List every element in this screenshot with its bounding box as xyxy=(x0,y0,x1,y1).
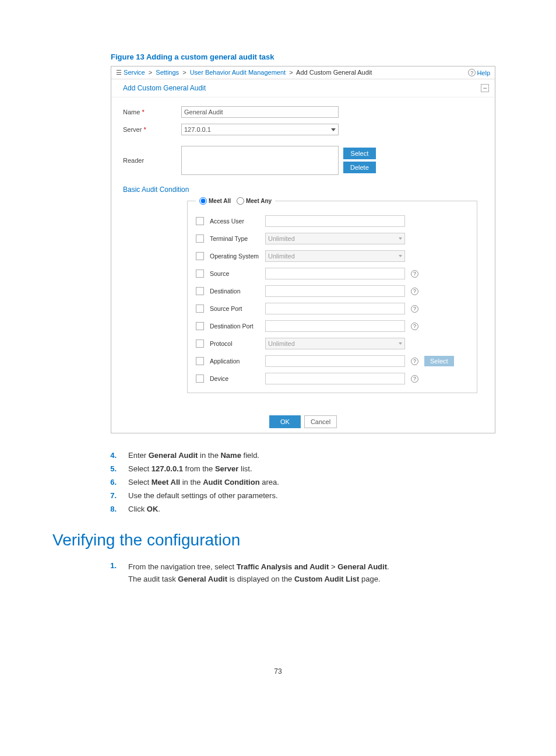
crumb-service[interactable]: Service xyxy=(124,69,145,76)
page-number: 73 xyxy=(52,667,504,676)
help-icon[interactable]: ? xyxy=(411,323,418,330)
condition-checkbox[interactable] xyxy=(196,357,204,365)
step-number: 8. xyxy=(99,505,117,513)
instruction-step: 4.Enter General Audit in the Name field. xyxy=(99,451,504,460)
condition-row: Device? xyxy=(196,373,469,384)
condition-select[interactable]: Unlimited xyxy=(265,233,405,244)
condition-checkbox[interactable] xyxy=(196,287,204,295)
ok-button[interactable]: OK xyxy=(269,415,301,428)
verify-steps: 1.From the navigation tree, select Traff… xyxy=(99,561,504,586)
condition-row: Source Port? xyxy=(196,303,469,314)
condition-input[interactable] xyxy=(265,373,405,384)
condition-row: Access User xyxy=(196,215,469,227)
breadcrumb: ☰ Service > Settings > User Behavior Aud… xyxy=(116,69,372,76)
condition-label: Terminal Type xyxy=(210,235,259,242)
condition-row: Application?Select xyxy=(196,355,469,367)
step-number: 6. xyxy=(99,478,117,487)
condition-label: Application xyxy=(210,358,259,365)
reader-listbox[interactable] xyxy=(181,146,339,175)
condition-row: Operating SystemUnlimited xyxy=(196,250,469,262)
step-number: 4. xyxy=(99,451,117,460)
step-text: Click OK. xyxy=(128,505,160,513)
conditions-legend: Meet All Meet Any xyxy=(196,197,275,205)
verify-step: 1.From the navigation tree, select Traff… xyxy=(99,561,504,586)
condition-row: Destination? xyxy=(196,285,469,297)
condition-label: Operating System xyxy=(210,253,259,260)
condition-row: ProtocolUnlimited xyxy=(196,338,469,349)
condition-checkbox[interactable] xyxy=(196,235,204,243)
breadcrumb-bar: ☰ Service > Settings > User Behavior Aud… xyxy=(111,66,495,79)
condition-label: Destination Port xyxy=(210,323,259,330)
condition-checkbox[interactable] xyxy=(196,304,204,313)
server-label: Server xyxy=(123,126,181,133)
instruction-step: 7.Use the default settings of other para… xyxy=(99,491,504,500)
step-text: Select Meet All in the Audit Condition a… xyxy=(128,478,279,487)
condition-checkbox[interactable] xyxy=(196,217,204,225)
condition-input[interactable] xyxy=(265,268,405,279)
dialog-buttons: OK Cancel xyxy=(111,415,495,428)
condition-checkbox[interactable] xyxy=(196,270,204,278)
chevron-down-icon xyxy=(399,255,402,257)
meet-all-radio[interactable]: Meet All xyxy=(199,197,231,205)
chevron-down-icon xyxy=(399,342,402,345)
crumb-settings[interactable]: Settings xyxy=(156,69,179,76)
panel-title-bar: Add Custom General Audit − xyxy=(111,79,495,97)
basic-audit-condition-header: Basic Audit Condition xyxy=(123,186,483,194)
screenshot-panel: ☰ Service > Settings > User Behavior Aud… xyxy=(111,66,495,433)
condition-input[interactable] xyxy=(265,320,405,332)
reader-select-button[interactable]: Select xyxy=(343,148,376,159)
instruction-step: 6.Select Meet All in the Audit Condition… xyxy=(99,478,504,487)
help-icon[interactable]: ? xyxy=(411,270,418,278)
condition-row: Terminal TypeUnlimited xyxy=(196,233,469,244)
condition-input[interactable] xyxy=(265,215,405,227)
help-icon[interactable]: ? xyxy=(411,305,418,313)
condition-select-button[interactable]: Select xyxy=(424,356,454,366)
step-text: Select 127.0.0.1 from the Server list. xyxy=(128,464,252,473)
step-number: 7. xyxy=(99,491,117,500)
instruction-step: 5.Select 127.0.0.1 from the Server list. xyxy=(99,464,504,473)
section-heading-verify: Verifying the configuration xyxy=(52,531,504,550)
help-link[interactable]: ? Help xyxy=(468,69,490,76)
server-select[interactable]: 127.0.0.1 xyxy=(181,124,339,135)
conditions-fieldset: Meet All Meet Any Access UserTerminal Ty… xyxy=(187,197,477,393)
step-number: 5. xyxy=(99,464,117,473)
crumb-ubam[interactable]: User Behavior Audit Management xyxy=(190,69,286,76)
name-input[interactable] xyxy=(181,106,339,118)
meet-any-radio[interactable]: Meet Any xyxy=(237,197,272,205)
condition-checkbox[interactable] xyxy=(196,340,204,348)
help-icon[interactable]: ? xyxy=(411,358,418,365)
form-area: Name Server 127.0.0.1 Reader Select Dele… xyxy=(111,97,495,405)
condition-row: Destination Port? xyxy=(196,320,469,332)
step-number: 1. xyxy=(99,561,117,586)
condition-row: Source? xyxy=(196,268,469,279)
condition-input[interactable] xyxy=(265,285,405,297)
help-icon[interactable]: ? xyxy=(411,375,418,383)
help-icon: ? xyxy=(468,69,476,76)
condition-label: Protocol xyxy=(210,340,259,347)
condition-select[interactable]: Unlimited xyxy=(265,250,405,262)
condition-select[interactable]: Unlimited xyxy=(265,338,405,349)
condition-label: Source Port xyxy=(210,305,259,312)
instruction-list: 4.Enter General Audit in the Name field.… xyxy=(99,451,504,513)
condition-checkbox[interactable] xyxy=(196,252,204,260)
step-text: Enter General Audit in the Name field. xyxy=(128,451,259,460)
condition-input[interactable] xyxy=(265,355,405,367)
reader-delete-button[interactable]: Delete xyxy=(343,162,376,173)
condition-checkbox[interactable] xyxy=(196,322,204,330)
reader-label: Reader xyxy=(123,157,181,164)
chevron-down-icon xyxy=(399,237,402,240)
cancel-button[interactable]: Cancel xyxy=(304,415,337,428)
panel-title: Add Custom General Audit xyxy=(123,84,206,92)
step-text: Use the default settings of other parame… xyxy=(128,491,278,500)
condition-label: Source xyxy=(210,270,259,277)
condition-checkbox[interactable] xyxy=(196,374,204,383)
condition-label: Destination xyxy=(210,288,259,295)
chevron-down-icon xyxy=(331,128,336,131)
condition-label: Access User xyxy=(210,218,259,225)
collapse-button[interactable]: − xyxy=(481,84,489,92)
condition-input[interactable] xyxy=(265,303,405,314)
name-label: Name xyxy=(123,108,181,116)
instruction-step: 8.Click OK. xyxy=(99,505,504,513)
help-icon[interactable]: ? xyxy=(411,288,418,295)
crumb-current: Add Custom General Audit xyxy=(296,69,372,76)
